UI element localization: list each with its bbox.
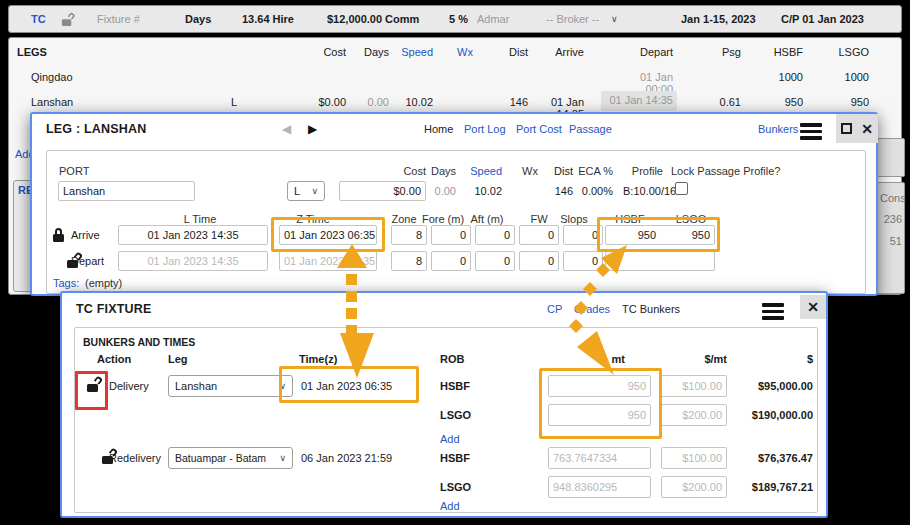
redelivery-leg-select[interactable]: Batuampar - Batam ∨ [168, 447, 293, 469]
lock-passage-checkbox[interactable] [675, 182, 688, 195]
depart-slops-input[interactable]: 0 [563, 251, 603, 271]
delivery-add-link[interactable]: Add [440, 433, 460, 445]
leg-dialog: LEG : LANSHAN ◀ ▶ Home Port Log Port Cos… [30, 112, 878, 296]
leg-port-name[interactable]: Lanshan [31, 96, 73, 108]
leg-dist-value[interactable]: 146 [468, 96, 528, 108]
tags-label[interactable]: Tags: [53, 277, 79, 289]
tc-type-label[interactable]: TC [31, 13, 46, 25]
legs-col-lsgo: LSGO [809, 46, 869, 58]
depart-fore-input[interactable]: 0 [431, 251, 471, 271]
legs-col-psg: Psg [681, 46, 741, 58]
depart-bunker-cells[interactable] [605, 251, 715, 271]
percent-value[interactable]: 5 % [449, 13, 468, 25]
close-icon[interactable]: ✕ [861, 122, 873, 136]
legs-col-speed[interactable]: Speed [373, 46, 433, 58]
leg-hsbf-value[interactable]: 950 [743, 96, 803, 108]
delivery-lock-icon[interactable] [87, 378, 99, 392]
arrive-fw-input[interactable]: 0 [519, 225, 559, 245]
delivery-total-2: $190,000.00 [713, 409, 813, 421]
menu-icon[interactable] [800, 123, 822, 143]
prev-leg-icon[interactable]: ◀ [282, 122, 291, 136]
bunkers-link[interactable]: Bunkers [758, 123, 798, 135]
leg-port-name[interactable]: Qingdao [31, 71, 73, 83]
leg-depart-value[interactable]: 01 Jan 14:35 [605, 94, 673, 106]
arrive-ztime-input[interactable]: 01 Jan 2023 06:35 [279, 225, 377, 245]
commission-value[interactable]: $12,000.00 Comm [327, 13, 419, 25]
legs-col-arrive: Arrive [524, 46, 584, 58]
fore-header: Fore (m) [421, 213, 465, 225]
close-icon[interactable]: ✕ [807, 300, 819, 314]
redelivery-add-link[interactable]: Add [440, 500, 460, 512]
action-header: Action [97, 353, 131, 365]
leg-dialog-title: LEG : LANSHAN [46, 122, 147, 136]
redelivery-grade-2: LSGO [440, 481, 471, 493]
days-label: Days [185, 13, 211, 25]
tab-grades[interactable]: Grades [574, 303, 610, 315]
next-leg-icon[interactable]: ▶ [308, 122, 317, 136]
redelivery-mt-input-1[interactable]: 763.7647334 [548, 447, 651, 469]
arrive-slops-input[interactable]: 0 [563, 225, 603, 245]
leg-speed-value[interactable]: 10.02 [373, 96, 433, 108]
depart-ztime-input[interactable]: 01 Jan 2023 06:35 [279, 251, 377, 271]
tab-port-cost[interactable]: Port Cost [516, 123, 562, 135]
maximize-icon[interactable] [841, 123, 852, 134]
redelivery-time-value[interactable]: 06 Jan 2023 21:59 [301, 452, 392, 464]
leg-header: Leg [168, 353, 188, 365]
arrive-lock-icon[interactable] [53, 228, 65, 242]
arrive-zone-input[interactable]: 8 [391, 225, 427, 245]
profile-value[interactable]: B:10.00/16 [623, 185, 676, 197]
arrive-lsgo-value[interactable]: 950 [660, 226, 712, 244]
menu-icon[interactable] [762, 303, 784, 323]
berth-select[interactable]: L ∨ [287, 181, 325, 201]
fixture-topbar: TC Fixture # Days 13.64 Hire $12,000.00 … [8, 5, 902, 33]
broker-select-value[interactable]: -- Broker -- [546, 13, 599, 25]
depart-ltime-input[interactable]: 01 Jan 2023 14:35 [118, 251, 268, 271]
arrive-fore-input[interactable]: 0 [431, 225, 471, 245]
redelivery-label: Redelivery [109, 452, 161, 464]
delivery-grade-2: LSGO [440, 409, 471, 421]
arrive-aft-input[interactable]: 0 [475, 225, 515, 245]
fixture-lock-icon[interactable] [62, 14, 72, 26]
tab-tc-bunkers[interactable]: TC Bunkers [622, 303, 680, 315]
leg-depart-highlight-cell[interactable]: 01 Jan 14:35 [601, 91, 677, 111]
redelivery-total-2: $189,767.21 [713, 481, 813, 493]
depart-zone-input[interactable]: 8 [391, 251, 427, 271]
leg-hsbf-value[interactable]: 1000 [743, 71, 803, 83]
leg-psg-value[interactable]: 0.61 [681, 96, 741, 108]
delivery-grade-1: HSBF [440, 380, 470, 392]
tab-home[interactable]: Home [424, 123, 453, 135]
delivery-leg-select[interactable]: Lanshan ∨ [168, 375, 293, 397]
legs-col-depart: Depart [613, 46, 673, 58]
legs-title: LEGS [17, 46, 47, 58]
depart-label: Depart [71, 255, 104, 267]
l-time-header: L Time [150, 213, 250, 225]
speed-value[interactable]: 10.02 [442, 185, 502, 197]
rob-header: ROB [440, 353, 464, 365]
admar-label[interactable]: Admar [477, 13, 509, 25]
depart-fw-input[interactable]: 0 [519, 251, 559, 271]
arrive-ltime-input[interactable]: 01 Jan 2023 14:35 [118, 225, 268, 245]
leg-lsgo-value[interactable]: 1000 [809, 71, 869, 83]
arrive-hsbf-value[interactable]: 950 [606, 226, 660, 244]
speed-label[interactable]: Speed [442, 165, 502, 177]
tab-port-log[interactable]: Port Log [464, 123, 506, 135]
tab-cp[interactable]: CP [547, 303, 562, 315]
tc-dialog-title: TC FIXTURE [76, 302, 152, 316]
delivery-time-value[interactable]: 01 Jan 2023 06:35 [301, 380, 392, 392]
hire-value[interactable]: 13.64 Hire [242, 13, 294, 25]
arrive-bunker-cells[interactable]: 950 950 [605, 225, 715, 245]
broker-chevron-down-icon[interactable]: ∨ [611, 15, 618, 24]
window-controls: ✕ [836, 114, 878, 143]
leg-berth-flag[interactable]: L [231, 96, 237, 108]
delivery-mt-input-2[interactable]: 950 [548, 404, 651, 426]
port-input[interactable]: Lanshan [58, 181, 195, 201]
background-gray-box [877, 138, 905, 177]
leg-lsgo-value[interactable]: 950 [809, 96, 869, 108]
fixture-dates[interactable]: Jan 1-15, 2023 [681, 13, 756, 25]
depart-aft-input[interactable]: 0 [475, 251, 515, 271]
tab-passage[interactable]: Passage [569, 123, 612, 135]
delivery-mt-input-1[interactable]: 950 [548, 375, 651, 397]
cp-date[interactable]: C/P 01 Jan 2023 [781, 13, 864, 25]
redelivery-mt-input-2[interactable]: 948.8360295 [548, 476, 651, 498]
fixture-number-placeholder[interactable]: Fixture # [97, 13, 140, 25]
